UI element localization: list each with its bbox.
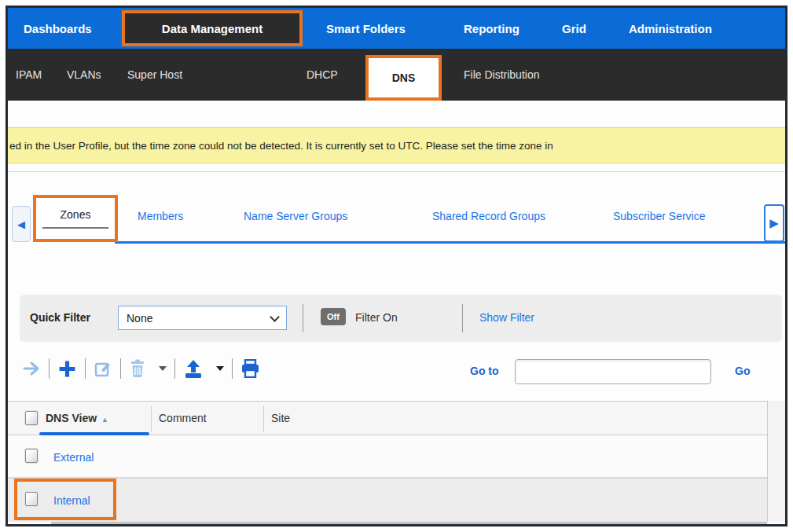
print-icon[interactable] [240, 359, 260, 378]
edit-icon[interactable] [94, 359, 112, 378]
nav-dashboards[interactable]: Dashboards [24, 8, 92, 49]
nav-reporting[interactable]: Reporting [464, 8, 519, 49]
secondary-nav: IPAM VLANs Super Host DHCP DNS File Dist… [8, 49, 785, 101]
spacer [8, 101, 785, 127]
quick-filter-panel: Quick Filter None Off Filter On Show Fil… [20, 295, 782, 342]
banner-text: ed in the User Profile, but the time zon… [9, 140, 553, 152]
column-header-dns-view[interactable]: DNS View▲ [46, 412, 108, 424]
tab-zones[interactable]: Zones [42, 208, 108, 229]
filter-section: Quick Filter None Off Filter On Show Fil… [8, 295, 785, 344]
quick-filter-label: Quick Filter [30, 311, 90, 324]
chevron-left-icon: ◀ [17, 218, 25, 230]
divider [85, 358, 86, 379]
export-icon[interactable] [183, 359, 204, 379]
filter-on-label: Filter On [355, 311, 398, 324]
filter-toggle-button[interactable]: Off [321, 308, 346, 325]
primary-nav: Dashboards Data Management Smart Folders… [8, 8, 785, 49]
tab-name-server-groups[interactable]: Name Server Groups [244, 210, 347, 222]
nav-data-management[interactable]: Data Management [122, 10, 303, 46]
column-header-label: DNS View [46, 412, 97, 424]
sort-ascending-icon: ▲ [101, 416, 108, 424]
tab-zones-highlight[interactable]: Zones [33, 195, 118, 242]
table-row[interactable]: External [8, 435, 785, 479]
tab-members[interactable]: Members [138, 210, 183, 222]
nav-file-distribution[interactable]: File Distribution [464, 49, 539, 101]
row-highlight-box [14, 479, 116, 520]
dns-views-table: DNS View▲ Comment Site External Internal [8, 401, 785, 526]
open-arrow-icon[interactable] [22, 359, 41, 378]
nav-grid[interactable]: Grid [562, 8, 586, 49]
tab-strip: ◀ Zones Members Name Server Groups Share… [8, 193, 785, 244]
delete-dropdown-caret-icon[interactable] [159, 366, 167, 371]
vertical-scrollbar-track[interactable] [767, 401, 785, 522]
divider [174, 358, 175, 379]
select-all-checkbox[interactable] [25, 411, 38, 425]
nav-ipam[interactable]: IPAM [16, 49, 42, 101]
table-header-row: DNS View▲ Comment Site [8, 401, 785, 435]
nav-super-host[interactable]: Super Host [127, 49, 182, 101]
nav-administration[interactable]: Administration [629, 8, 712, 49]
goto-label: Go to [470, 365, 499, 377]
table-row[interactable]: Internal [8, 479, 785, 522]
tab-strip-underline [115, 241, 785, 244]
quick-filter-value: None [127, 312, 152, 325]
divider [151, 405, 152, 432]
column-header-site[interactable]: Site [271, 412, 290, 424]
tab-scroll-left-button[interactable]: ◀ [12, 206, 31, 242]
go-button[interactable]: Go [735, 365, 750, 377]
divider [8, 171, 785, 172]
divider [120, 358, 121, 379]
table-toolbar: Go to Go [8, 344, 785, 401]
show-filter-link[interactable]: Show Filter [479, 311, 534, 324]
nav-dhcp[interactable]: DHCP [307, 49, 338, 101]
divider [303, 304, 303, 332]
nav-dns[interactable]: DNS [365, 55, 442, 101]
dns-view-link[interactable]: External [53, 451, 94, 464]
chevron-down-icon [270, 312, 280, 322]
app-window: Dashboards Data Management Smart Folders… [6, 6, 787, 526]
column-header-comment[interactable]: Comment [159, 412, 207, 424]
divider [49, 358, 50, 379]
goto-input[interactable] [515, 359, 711, 384]
nav-smart-folders[interactable]: Smart Folders [326, 8, 406, 49]
divider [232, 358, 233, 379]
nav-vlans[interactable]: VLANs [67, 49, 101, 101]
quick-filter-dropdown[interactable]: None [118, 306, 287, 330]
add-icon[interactable] [57, 359, 77, 379]
timezone-warning-banner: ed in the User Profile, but the time zon… [8, 127, 785, 163]
tab-scroll-right-button[interactable]: ▶ [764, 204, 784, 242]
toolbar-icons [22, 358, 260, 379]
export-dropdown-caret-icon[interactable] [216, 366, 224, 371]
divider [462, 304, 463, 332]
tab-subscriber-services[interactable]: Subscriber Service [613, 210, 764, 222]
delete-icon[interactable] [129, 359, 146, 378]
horizontal-scrollbar-thumb[interactable] [51, 522, 767, 526]
horizontal-scrollbar [8, 522, 785, 526]
tab-shared-record-groups[interactable]: Shared Record Groups [432, 210, 545, 222]
chevron-right-icon: ▶ [769, 216, 779, 230]
row-checkbox[interactable] [25, 449, 38, 463]
spacer [8, 171, 785, 193]
divider [263, 405, 264, 432]
spacer [8, 244, 785, 295]
